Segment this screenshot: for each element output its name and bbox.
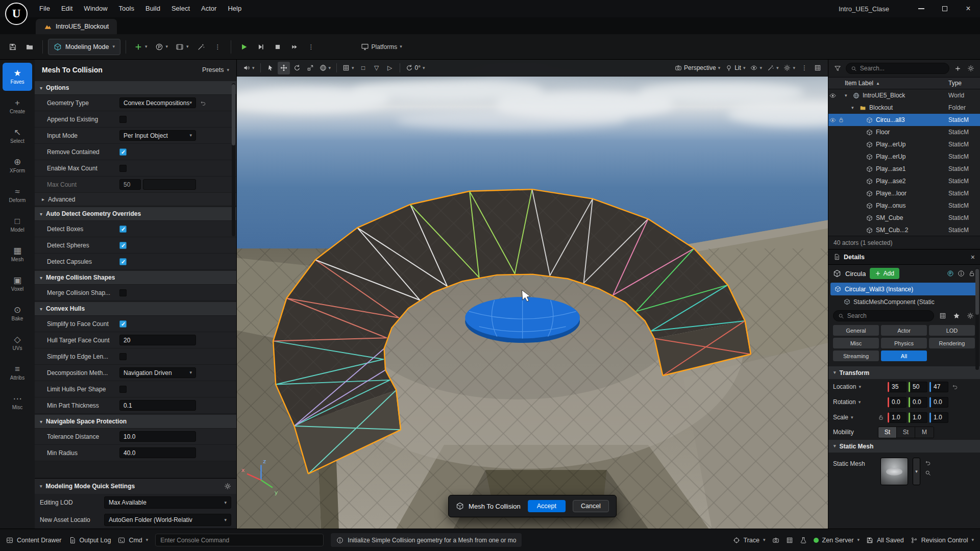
x-value-field[interactable]: 35	[888, 382, 906, 392]
setting-value-input[interactable]: 10.0	[119, 431, 196, 442]
menu-item[interactable]: Build	[140, 0, 166, 17]
setting-checkbox[interactable]	[119, 165, 127, 172]
tool-setting-row[interactable]: ▾ ▸ Hull Target Face Count 20▾ 20	[35, 332, 236, 348]
eject-button[interactable]	[287, 39, 302, 55]
setting-checkbox[interactable]	[119, 116, 127, 123]
y-value-field[interactable]: 1.0	[909, 412, 927, 423]
viewport-audio-dropdown[interactable]: ▾	[241, 62, 257, 74]
quick-row-dropdown[interactable]: AutoGen Folder (World-Relativ▾	[104, 514, 231, 526]
setting-checkbox[interactable]	[119, 289, 127, 296]
outliner-row[interactable]: ▾ Play...onus StaticM	[828, 199, 980, 212]
trace-dropdown[interactable]: Trace▾	[733, 537, 766, 544]
tab-level[interactable]: IntroUE5_Blockout	[36, 19, 117, 34]
details-display-button[interactable]	[938, 311, 948, 321]
outliner-row[interactable]: ▾ Play...ase1 StaticM	[828, 163, 980, 175]
transform-property-dropdown[interactable]: Rotation▾	[833, 398, 876, 406]
mode-palette-item[interactable]: ▦ Mesh	[3, 240, 32, 268]
all-saved-button[interactable]: All Saved	[866, 537, 904, 544]
mode-palette-item[interactable]: ⊕ XForm	[3, 152, 32, 180]
close-icon[interactable]: ×	[971, 253, 975, 261]
static-mesh-section-header[interactable]: ▾ Static Mesh	[828, 439, 980, 453]
tool-setting-row[interactable]: ▾ ▸ Detect Boxes ▾	[35, 221, 236, 237]
mode-palette-item[interactable]: ⋯ Misc	[3, 388, 32, 416]
menu-item[interactable]: File	[34, 0, 56, 17]
add-component-button[interactable]: Add	[870, 268, 899, 279]
lock-icon[interactable]	[837, 178, 845, 184]
tool-setting-row[interactable]: ▾ ▸ Merge Collision Shapes ▾	[35, 271, 236, 285]
outliner-row[interactable]: ▾ Playe...loor StaticM	[828, 187, 980, 199]
tool-setting-row[interactable]: ▾ ▸ Simplify to Face Count ▾	[35, 316, 236, 332]
quick-row-dropdown[interactable]: Max Available▾	[104, 496, 231, 509]
menu-item[interactable]: Select	[166, 0, 195, 17]
y-value-field[interactable]: 50	[909, 382, 927, 392]
tool-panel-scrollbar[interactable]	[232, 83, 235, 236]
tool-setting-row[interactable]: ▾ ▸ Input Mode Per Input Object▾ Per Inp…	[35, 128, 236, 144]
editor-utilities-button[interactable]	[193, 39, 209, 55]
transform-property-dropdown[interactable]: Scale▾	[833, 414, 876, 421]
tab-details[interactable]: Details	[834, 254, 865, 261]
asset-picker-dropdown[interactable]: ▾	[913, 458, 920, 485]
tool-setting-row[interactable]: ▾ ▸ Detect Capsules ▾	[35, 254, 236, 270]
outliner-row[interactable]: ▾ IntroUE5_Block World	[828, 89, 980, 102]
setting-value-input[interactable]: 40.0	[119, 447, 196, 458]
screenshot-button[interactable]	[772, 537, 779, 544]
selection-mode-edge-button[interactable]: ▽	[371, 62, 383, 74]
expand-caret-icon[interactable]: ▾	[845, 93, 851, 98]
maximize-button[interactable]	[933, 0, 957, 17]
lock-icon[interactable]	[837, 141, 845, 147]
tool-setting-row[interactable]: ▾ ▸ Tolerance Distance 10.0▾ 10.0	[35, 429, 236, 445]
eye-icon[interactable]	[828, 166, 837, 172]
console-command-input[interactable]	[160, 537, 318, 544]
expand-caret-icon[interactable]: ▾	[851, 105, 858, 110]
eye-icon[interactable]	[828, 203, 837, 209]
lock-icon[interactable]	[837, 105, 845, 111]
eye-icon[interactable]	[828, 215, 837, 221]
setting-dropdown[interactable]: Navigation Driven▾	[119, 367, 196, 378]
details-search[interactable]	[833, 310, 934, 321]
outliner-row[interactable]: ▾ Play...ase2 StaticM	[828, 175, 980, 187]
tool-setting-row[interactable]: ▾ ▸ Enable Max Count ▾	[35, 160, 236, 177]
tool-setting-row[interactable]: ▾ ▸ Min Radius 40.0▾ 40.0	[35, 445, 236, 461]
show-flags-dropdown[interactable]: ▾	[748, 62, 764, 74]
zen-server-dropdown[interactable]: Zen Server▾	[814, 537, 860, 544]
revision-control-dropdown[interactable]: Revision Control▾	[911, 537, 974, 544]
tool-setting-row[interactable]: ▾ ▸ Detect Spheres ▾	[35, 237, 236, 254]
close-button[interactable]: ×	[957, 0, 980, 17]
viewport-scene[interactable]: z x y	[237, 60, 828, 529]
view-mode-camera-dropdown[interactable]: Perspective▾	[673, 62, 722, 74]
tool-setting-row[interactable]: ▾ ▸ Decomposition Meth... Navigation Dri…	[35, 365, 236, 381]
lock-icon[interactable]	[837, 117, 845, 123]
menu-item[interactable]: Tools	[113, 0, 140, 17]
filter-chip[interactable]: Actor	[881, 325, 927, 336]
outliner-settings-button[interactable]	[966, 63, 976, 73]
setting-checkbox[interactable]	[119, 148, 127, 156]
editor-mode-dropdown[interactable]: Modeling Mode ▾	[48, 39, 120, 55]
static-mesh-thumbnail[interactable]	[880, 458, 908, 485]
tool-setting-row[interactable]: ▾ ▸ Simplify to Edge Len... ▾	[35, 348, 236, 365]
lit-mode-dropdown[interactable]: Lit▾	[723, 62, 747, 74]
component-row-selected[interactable]: Circular_Wall3 (Instance)	[830, 283, 978, 295]
content-drawer-button[interactable]: Content Drawer	[6, 537, 62, 544]
lock-icon[interactable]	[837, 154, 845, 160]
stop-button[interactable]	[270, 39, 285, 55]
viewport-effects-dropdown[interactable]: ▾	[765, 62, 781, 74]
menu-item[interactable]: Help	[222, 0, 247, 17]
help-icon[interactable]	[958, 270, 965, 277]
scrollbar-thumb[interactable]	[975, 269, 979, 315]
outliner-filter-button[interactable]	[832, 63, 843, 73]
setting-checkbox[interactable]	[119, 353, 127, 360]
quick-settings-header[interactable]: ▾Modeling Mode Quick Settings	[35, 479, 236, 494]
tool-setting-row[interactable]: ▾ ▸ Append to Existing ▾	[35, 111, 236, 128]
mode-palette-item[interactable]: ◇ UVs	[3, 329, 32, 357]
setting-checkbox[interactable]	[119, 320, 127, 328]
eye-icon[interactable]	[828, 178, 837, 185]
outliner-add-button[interactable]	[952, 63, 963, 73]
viewport-options-button[interactable]: ⋮	[798, 62, 811, 74]
setting-checkbox[interactable]	[119, 226, 127, 233]
play-button[interactable]	[236, 39, 252, 55]
mobility-option[interactable]: St	[897, 427, 915, 438]
selection-mode-face-button[interactable]: ▷	[384, 62, 396, 74]
media-capture-button[interactable]	[786, 537, 793, 544]
browse-content-button[interactable]	[22, 39, 37, 55]
mode-palette-item[interactable]: ≡ Attribs	[3, 359, 32, 387]
